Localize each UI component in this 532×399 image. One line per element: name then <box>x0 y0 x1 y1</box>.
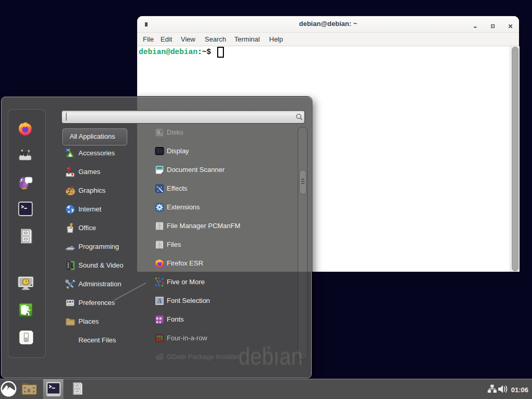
svg-text:A: A <box>157 297 162 304</box>
svg-text:a: a <box>159 320 162 324</box>
svg-text:?: ? <box>25 280 27 284</box>
svg-text:D: D <box>28 389 31 394</box>
